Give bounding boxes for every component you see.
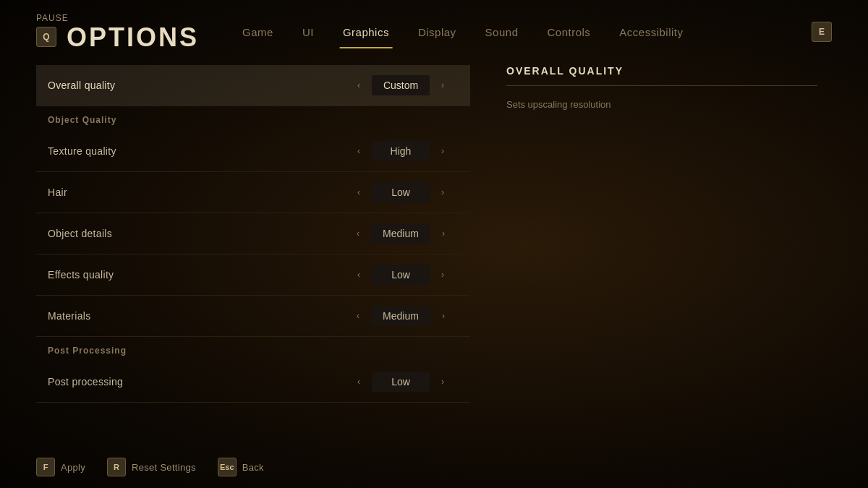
nav-tab-display[interactable]: Display: [404, 17, 471, 47]
arrow-right-materials[interactable]: ›: [436, 309, 451, 323]
footer-label-back: Back: [242, 462, 264, 473]
setting-label-hair: Hair: [48, 187, 67, 198]
setting-row-object-details[interactable]: Object details‹Medium›: [36, 213, 470, 254]
arrow-left-materials[interactable]: ‹: [351, 309, 365, 323]
arrow-right-hair[interactable]: ›: [435, 185, 450, 200]
arrow-left-overall-quality[interactable]: ‹: [352, 78, 366, 93]
setting-value-effects-quality: Low: [372, 265, 430, 285]
header-left: Pause Q OPTIONS: [36, 13, 199, 51]
description-text: Sets upscaling resolution: [506, 98, 817, 113]
footer-key-back: Esc: [218, 458, 237, 476]
setting-value-materials: Medium: [371, 306, 430, 326]
setting-value-texture-quality: High: [372, 141, 430, 161]
pause-label: Pause: [36, 13, 199, 23]
footer-key-reset: R: [107, 458, 126, 476]
q-key-badge: Q: [36, 27, 56, 47]
arrow-right-effects-quality[interactable]: ›: [435, 267, 450, 282]
arrow-left-object-details[interactable]: ‹: [351, 226, 365, 241]
settings-panel: Overall quality‹Custom›Object qualityTex…: [36, 65, 470, 446]
setting-value-overall-quality: Custom: [372, 75, 430, 95]
arrow-left-hair[interactable]: ‹: [352, 185, 366, 200]
nav-tabs: GameUIGraphicsDisplaySoundControlsAccess…: [228, 17, 783, 47]
nav-tab-ui[interactable]: UI: [288, 17, 328, 47]
options-title: OPTIONS: [67, 25, 199, 51]
setting-row-effects-quality[interactable]: Effects quality‹Low›: [36, 254, 470, 296]
setting-row-post-processing[interactable]: Post processing‹Low›: [36, 361, 470, 403]
setting-value-object-details: Medium: [371, 223, 430, 244]
footer-label-apply: Apply: [61, 462, 85, 473]
nav-tab-accessibility[interactable]: Accessibility: [605, 17, 697, 47]
setting-row-hair[interactable]: Hair‹Low›: [36, 172, 470, 213]
footer-label-reset: Reset Settings: [132, 462, 196, 473]
arrow-right-overall-quality[interactable]: ›: [435, 78, 450, 93]
setting-value-post-processing: Low: [372, 372, 430, 392]
arrow-right-object-details[interactable]: ›: [436, 226, 451, 241]
description-title: OVERALL QUALITY: [506, 65, 817, 86]
setting-value-hair: Low: [372, 182, 430, 202]
arrow-left-texture-quality[interactable]: ‹: [352, 144, 366, 158]
footer-action-back[interactable]: EscBack: [218, 458, 264, 476]
footer-key-apply: F: [36, 458, 55, 476]
setting-label-post-processing: Post processing: [48, 376, 123, 388]
header: Pause Q OPTIONS GameUIGraphicsDisplaySou…: [0, 0, 868, 51]
setting-row-materials[interactable]: Materials‹Medium›: [36, 296, 470, 337]
setting-label-overall-quality: Overall quality: [48, 80, 115, 91]
nav-tab-game[interactable]: Game: [228, 17, 288, 47]
setting-label-object-details: Object details: [48, 228, 112, 239]
setting-row-texture-quality[interactable]: Texture quality‹High›: [36, 131, 470, 172]
arrow-right-post-processing[interactable]: ›: [435, 374, 450, 389]
footer-action-reset[interactable]: RReset Settings: [107, 458, 196, 476]
nav-tab-graphics[interactable]: Graphics: [328, 17, 404, 47]
settings-list[interactable]: Overall quality‹Custom›Object qualityTex…: [36, 65, 470, 446]
section-header-post-processing-header: Post processing: [36, 337, 470, 361]
main-content: Overall quality‹Custom›Object qualityTex…: [0, 51, 868, 446]
nav-tab-sound[interactable]: Sound: [471, 17, 533, 47]
nav-tab-controls[interactable]: Controls: [532, 17, 605, 47]
arrow-right-texture-quality[interactable]: ›: [435, 144, 450, 158]
description-panel: OVERALL QUALITY Sets upscaling resolutio…: [492, 65, 832, 446]
page-wrapper: Pause Q OPTIONS GameUIGraphicsDisplaySou…: [0, 0, 868, 488]
e-key-badge: E: [812, 22, 832, 42]
footer: FApplyRReset SettingsEscBack: [0, 446, 868, 488]
arrow-left-post-processing[interactable]: ‹: [352, 374, 366, 389]
setting-label-materials: Materials: [48, 310, 91, 322]
setting-label-texture-quality: Texture quality: [48, 145, 116, 157]
setting-label-effects-quality: Effects quality: [48, 269, 114, 281]
setting-row-overall-quality[interactable]: Overall quality‹Custom›: [36, 65, 470, 106]
arrow-left-effects-quality[interactable]: ‹: [352, 267, 366, 282]
footer-action-apply[interactable]: FApply: [36, 458, 85, 476]
section-header-object-quality-header: Object quality: [36, 106, 470, 131]
